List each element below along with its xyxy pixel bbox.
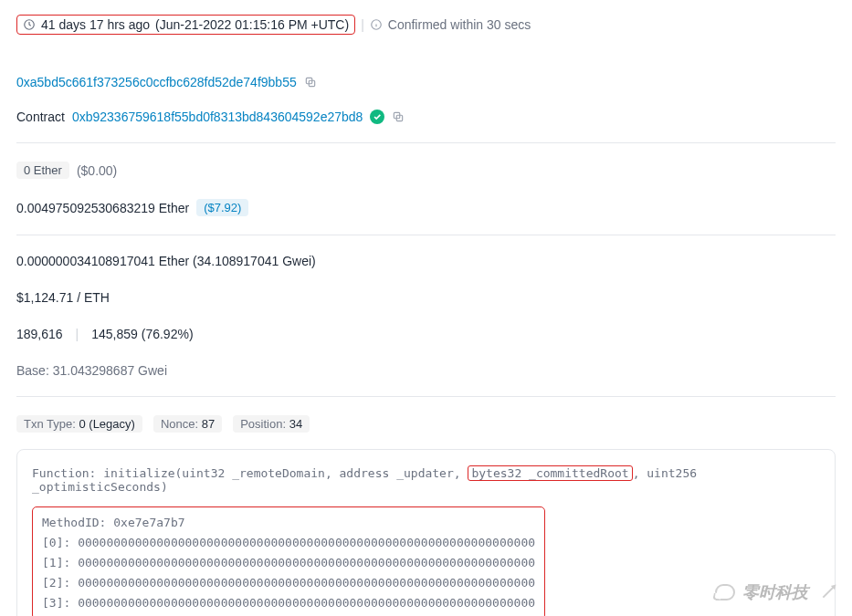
watermark: 零时科技 <box>715 581 836 603</box>
separator: | <box>361 17 364 32</box>
timestamp-box: 41 days 17 hrs ago (Jun-21-2022 01:15:16… <box>16 15 355 35</box>
clock-icon <box>23 18 36 31</box>
txn-type-value: 0 (Legacy) <box>79 417 134 431</box>
param-row: [3]: 00000000000000000000000000000000000… <box>42 593 535 613</box>
value-usd: ($0.00) <box>77 163 117 178</box>
param-row: [2]: 00000000000000000000000000000000000… <box>42 573 535 593</box>
gas-price: 0.000000034108917041 Ether (34.108917041… <box>16 254 316 268</box>
nonce-label: Nonce: <box>161 417 198 431</box>
method-id-label: MethodID: <box>42 516 106 529</box>
wechat-icon <box>715 584 735 600</box>
gas-used: 145,859 (76.92%) <box>91 327 193 341</box>
timestamp-relative: 41 days 17 hrs ago <box>41 17 150 32</box>
param-row: [1]: 00000000000000000000000000000000000… <box>42 553 535 573</box>
base-fee: Base: 31.043298687 Gwei <box>16 363 167 378</box>
from-address-link[interactable]: 0xa5bd5c661f373256c0ccfbc628fd52de74f9bb… <box>16 75 297 89</box>
method-id-value: 0xe7e7a7b7 <box>113 516 184 529</box>
position-label: Position: <box>240 417 286 431</box>
eth-price: $1,124.71 / ETH <box>16 290 110 305</box>
info-icon <box>370 18 383 31</box>
pen-icon <box>823 587 835 599</box>
input-data-box: Function: initialize(uint32 _remoteDomai… <box>16 449 836 616</box>
copy-icon[interactable] <box>392 110 405 123</box>
to-label: Contract <box>16 110 65 124</box>
timestamp-absolute: (Jun-21-2022 01:15:16 PM +UTC) <box>155 17 349 32</box>
nonce-pill: Nonce: 87 <box>153 415 222 433</box>
watermark-text: 零时科技 <box>742 581 808 603</box>
copy-icon[interactable] <box>304 76 317 89</box>
verified-icon <box>370 110 384 124</box>
gas-limit: 189,616 <box>16 327 63 341</box>
position-pill: Position: 34 <box>233 415 310 433</box>
confirmed-text: Confirmed within 30 secs <box>388 17 531 32</box>
txn-fee-ether: 0.004975092530683219 Ether <box>16 201 189 215</box>
method-block: MethodID: 0xe7e7a7b7 [0]: 00000000000000… <box>32 506 545 616</box>
nonce-value: 87 <box>202 417 215 431</box>
function-prefix: Function: initialize(uint32 _remoteDomai… <box>32 466 468 480</box>
separator: | <box>76 327 79 341</box>
function-highlight: bytes32 _committedRoot <box>468 465 632 481</box>
function-signature: Function: initialize(uint32 _remoteDomai… <box>32 466 820 494</box>
param-row: [0]: 00000000000000000000000000000000000… <box>42 533 535 553</box>
to-address-link[interactable]: 0xb92336759618f55bd0f8313bd843604592e27b… <box>72 110 363 124</box>
txn-fee-usd-badge[interactable]: ($7.92) <box>196 199 248 216</box>
txn-type-pill: Txn Type: 0 (Legacy) <box>16 415 142 433</box>
value-amount-badge: 0 Ether <box>16 162 69 179</box>
txn-type-label: Txn Type: <box>24 417 76 431</box>
position-value: 34 <box>289 417 302 431</box>
